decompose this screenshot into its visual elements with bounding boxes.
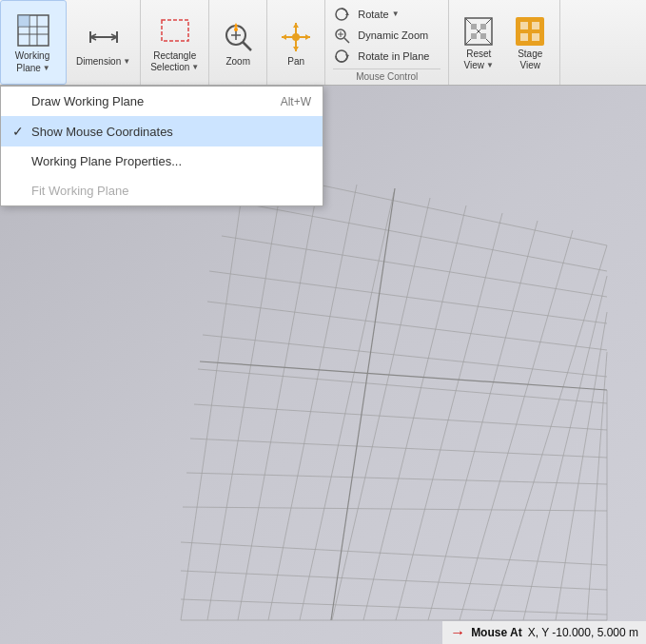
rectangle-selection-icon	[156, 12, 194, 50]
rectangle-selection-label1: Rectangle	[153, 50, 196, 62]
rectangle-selection-group: Rectangle Selection ▼	[141, 0, 209, 85]
zoom-button[interactable]: Zoom	[215, 16, 261, 69]
svg-rect-47	[532, 33, 539, 41]
menu-item-fit-working-plane: Fit Working Plane	[1, 176, 323, 205]
rectangle-selection-dropdown-arrow: ▼	[191, 63, 199, 71]
working-plane-label: Working	[15, 50, 50, 62]
pan-group: Pan	[267, 0, 325, 85]
svg-rect-5	[18, 15, 29, 27]
reset-view-label2: View	[464, 60, 485, 71]
menu-label-draw-working-plane: Draw Working Plane	[31, 94, 252, 108]
dimension-dropdown-arrow: ▼	[123, 57, 130, 66]
rotate-row: Rotate ▼	[333, 4, 440, 25]
mouse-control-group: Rotate ▼ Dynamic Zoom	[325, 0, 449, 85]
menu-check-show-mouse-coordinates: ✓	[12, 124, 31, 139]
svg-rect-13	[162, 20, 188, 41]
rotate-in-plane-icon	[333, 48, 350, 65]
menu-item-show-mouse-coordinates[interactable]: ✓ Show Mouse Coordinates	[1, 116, 323, 146]
menu-label-fit-working-plane: Fit Working Plane	[31, 184, 283, 198]
rectangle-selection-label2: Selection	[150, 62, 189, 73]
svg-point-27	[292, 33, 300, 41]
menu-item-draw-working-plane[interactable]: Draw Working Plane Alt+W	[1, 87, 323, 116]
rotate-dropdown-arrow: ▼	[392, 10, 400, 18]
rotate-button[interactable]: Rotate ▼	[354, 7, 402, 22]
svg-rect-45	[532, 22, 539, 29]
rectangle-selection-button[interactable]: Rectangle Selection ▼	[147, 10, 203, 75]
dimension-icon	[85, 18, 123, 56]
zoom-label: Zoom	[225, 56, 250, 68]
svg-marker-35	[345, 54, 349, 58]
working-plane-icon	[14, 11, 52, 49]
reset-view-icon	[461, 14, 496, 49]
mouse-control-section-label: Mouse Control	[333, 68, 440, 82]
stage-view-button[interactable]: Stage View	[506, 4, 554, 81]
dynamic-zoom-label: Dynamic Zoom	[358, 29, 428, 41]
view-group: Reset View ▼ Stage View	[449, 0, 560, 85]
menu-label-working-plane-properties: Working Plane Properties...	[31, 154, 283, 168]
rotate-icon	[333, 6, 350, 23]
pan-button[interactable]: Pan	[273, 16, 319, 69]
reset-view-dropdown: ▼	[486, 61, 494, 69]
toolbar: Working Plane ▼	[0, 0, 646, 86]
svg-marker-20	[234, 23, 238, 27]
menu-shortcut-draw-working-plane: Alt+W	[281, 95, 311, 108]
working-plane-dropdown-arrow: ▼	[43, 64, 50, 72]
reset-view-label1: Reset	[466, 49, 491, 60]
svg-rect-40	[480, 24, 486, 29]
rotate-in-plane-button[interactable]: Rotate in Plane	[354, 49, 433, 64]
dimension-label: Dimension	[76, 56, 121, 68]
working-plane-dropdown-menu: Draw Working Plane Alt+W ✓ Show Mouse Co…	[0, 86, 323, 206]
svg-line-15	[243, 42, 251, 50]
dynamic-zoom-icon	[333, 27, 350, 44]
dimension-group: Dimension ▼	[67, 0, 141, 85]
svg-rect-39	[471, 24, 477, 29]
working-plane-button[interactable]: Working Plane ▼	[10, 10, 56, 76]
zoom-icon	[219, 18, 257, 56]
mouse-coordinates: X, Y -10.000, 5.000 m	[528, 626, 638, 639]
rotate-label: Rotate	[358, 9, 388, 20]
rotate-in-plane-label: Rotate in Plane	[358, 50, 429, 62]
svg-line-31	[344, 38, 349, 43]
dynamic-zoom-button[interactable]: Dynamic Zoom	[354, 28, 432, 43]
working-plane-label2: Plane	[16, 63, 41, 74]
zoom-group: Zoom	[209, 0, 267, 85]
pan-icon	[277, 18, 315, 56]
menu-item-working-plane-properties[interactable]: Working Plane Properties...	[1, 146, 323, 176]
mouse-arrow-icon: →	[450, 624, 465, 641]
dimension-button[interactable]: Dimension ▼	[72, 16, 134, 69]
menu-label-show-mouse-coordinates: Show Mouse Coordinates	[31, 125, 283, 139]
svg-marker-29	[345, 12, 349, 15]
status-bar: → Mouse At X, Y -10.000, 5.000 m	[442, 621, 646, 644]
stage-view-icon	[513, 14, 547, 49]
mouse-at-label: Mouse At	[471, 626, 522, 639]
stage-view-label2: View	[519, 60, 540, 71]
pan-label: Pan	[287, 56, 304, 68]
svg-rect-44	[520, 22, 528, 29]
rotate-in-plane-row: Rotate in Plane	[333, 46, 440, 67]
working-plane-group: Working Plane ▼	[0, 0, 67, 85]
stage-view-label1: Stage	[518, 49, 542, 60]
reset-view-button[interactable]: Reset View ▼	[455, 4, 502, 81]
svg-rect-43	[516, 17, 544, 46]
svg-rect-42	[480, 33, 486, 39]
svg-rect-46	[520, 33, 528, 41]
dynamic-zoom-row: Dynamic Zoom	[333, 25, 440, 46]
svg-rect-41	[471, 33, 477, 39]
